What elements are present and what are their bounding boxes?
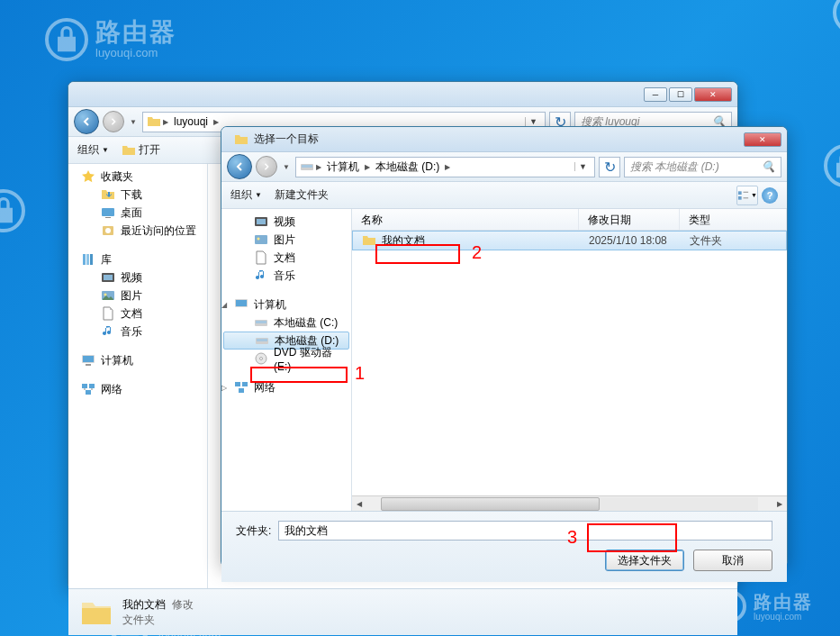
sidebar-computer[interactable]: 计算机 (68, 351, 207, 369)
disc-icon (254, 351, 268, 366)
sidebar-network[interactable]: ▷网络 (221, 378, 351, 396)
video-icon (254, 214, 268, 229)
sidebar-item-videos[interactable]: 视频 (221, 213, 351, 231)
svg-point-24 (257, 238, 260, 241)
folder-name-input[interactable] (278, 521, 772, 541)
breadcrumb-dropdown[interactable]: ▼ (525, 117, 541, 126)
search-input[interactable]: 搜索 本地磁盘 (D:) 🔍 (624, 157, 781, 177)
column-name[interactable]: 名称 (352, 209, 579, 230)
video-icon (101, 270, 115, 285)
minimize-button[interactable]: ─ (644, 87, 667, 102)
column-type[interactable]: 类型 (680, 209, 787, 230)
sidebar-item-dvd[interactable]: DVD 驱动器 (E:) (221, 350, 351, 368)
sidebar-item-recent[interactable]: 最近访问的位置 (68, 222, 207, 240)
breadcrumb[interactable]: ▶ 计算机 ▶ 本地磁盘 (D:) ▶ ▼ (295, 157, 595, 177)
svg-rect-0 (102, 208, 114, 216)
maximize-button[interactable]: ☐ (669, 87, 692, 102)
svg-rect-16 (86, 390, 91, 395)
status-name: 我的文档 (122, 598, 166, 611)
computer-icon (81, 353, 95, 368)
dialog-title: 选择一个目标 (254, 132, 319, 147)
status-type: 文件夹 (122, 613, 194, 628)
expand-icon[interactable]: ◢ (221, 301, 227, 309)
sidebar-favorites[interactable]: 收藏夹 (68, 168, 207, 186)
sidebar-item-music[interactable]: 音乐 (68, 323, 207, 341)
folder-icon (234, 132, 248, 147)
cancel-button[interactable]: 取消 (693, 550, 772, 571)
sidebar-item-videos[interactable]: 视频 (68, 268, 207, 286)
lock-icon (824, 144, 840, 187)
organize-button[interactable]: 组织 ▼ (77, 142, 109, 158)
drive-icon (255, 333, 269, 348)
help-button[interactable]: ? (762, 187, 778, 204)
breadcrumb-segment[interactable]: luyouqi (170, 115, 212, 128)
svg-rect-15 (89, 384, 95, 388)
content-area: 名称 修改日期 类型 我的文档 2025/1/10 18:08 文件夹 ◀ ▶ (352, 209, 787, 511)
sidebar-computer[interactable]: ◢计算机 (221, 295, 351, 313)
svg-rect-33 (235, 382, 240, 386)
folder-icon (147, 114, 161, 129)
sidebar-item-pictures[interactable]: 图片 (221, 231, 351, 249)
download-icon (101, 187, 115, 202)
sidebar-libraries[interactable]: 库 (68, 250, 207, 268)
svg-point-3 (105, 228, 111, 233)
sidebar-item-drive-c[interactable]: 本地磁盘 (C:) (221, 313, 351, 332)
breadcrumb-computer[interactable]: 计算机 (323, 159, 363, 175)
svg-rect-18 (302, 165, 312, 168)
column-date[interactable]: 修改日期 (579, 209, 680, 230)
lock-icon (0, 189, 25, 232)
svg-rect-6 (90, 254, 93, 265)
select-folder-button[interactable]: 选择文件夹 (605, 550, 684, 571)
recent-icon (101, 223, 115, 238)
close-button[interactable]: ✕ (744, 132, 781, 147)
expand-icon[interactable]: ▷ (221, 384, 227, 392)
lock-icon (45, 18, 88, 61)
svg-point-10 (104, 294, 107, 296)
sidebar-item-music[interactable]: 音乐 (221, 267, 351, 285)
document-icon (101, 306, 115, 321)
file-list[interactable]: 我的文档 2025/1/10 18:08 文件夹 (352, 231, 787, 495)
nav-forward-button[interactable] (103, 111, 124, 132)
nav-back-button[interactable] (227, 154, 252, 179)
sidebar-item-documents[interactable]: 文档 (68, 304, 207, 323)
view-button[interactable]: ▼ (736, 186, 758, 205)
open-button[interactable]: 打开 (122, 142, 160, 158)
sidebar-item-pictures[interactable]: 图片 (68, 286, 207, 304)
music-icon (101, 324, 115, 339)
lock-icon (833, 0, 840, 34)
star-icon (81, 169, 95, 184)
breadcrumb-dropdown[interactable]: ▼ (574, 162, 591, 171)
svg-rect-20 (738, 195, 742, 199)
picture-icon (101, 288, 115, 303)
close-button[interactable]: ✕ (694, 87, 732, 102)
new-folder-button[interactable]: 新建文件夹 (275, 187, 329, 203)
nav-forward-button[interactable] (256, 156, 277, 177)
computer-icon (234, 297, 248, 312)
sidebar: 视频 图片 文档 音乐 ◢计算机 本地磁盘 (C:) 本地磁盘 (D:) DVD… (221, 209, 352, 511)
sidebar: 收藏夹 下载 桌面 最近访问的位置 库 视频 图片 文档 音乐 计算机 网络 (68, 164, 208, 588)
svg-rect-23 (255, 235, 267, 244)
svg-rect-19 (738, 191, 742, 195)
svg-rect-35 (239, 388, 244, 393)
titlebar: 选择一个目标 ✕ (221, 127, 787, 152)
svg-rect-4 (83, 254, 86, 265)
folder-icon (122, 143, 136, 158)
drive-icon (254, 315, 268, 330)
organize-button[interactable]: 组织 ▼ (230, 187, 262, 203)
refresh-button[interactable]: ↻ (599, 157, 620, 177)
svg-rect-1 (105, 217, 111, 218)
nav-back-button[interactable] (74, 109, 99, 134)
horizontal-scrollbar[interactable]: ◀ ▶ (352, 495, 787, 511)
sidebar-network[interactable]: 网络 (68, 380, 207, 398)
svg-rect-12 (83, 356, 94, 362)
sidebar-item-downloads[interactable]: 下载 (68, 186, 207, 204)
svg-point-32 (260, 358, 263, 360)
file-row[interactable]: 我的文档 2025/1/10 18:08 文件夹 (352, 231, 787, 250)
folder-icon (362, 233, 376, 248)
watermark (824, 144, 840, 187)
svg-rect-14 (82, 384, 87, 388)
svg-rect-8 (104, 275, 113, 280)
breadcrumb-drive[interactable]: 本地磁盘 (D:) (372, 159, 443, 175)
sidebar-item-desktop[interactable]: 桌面 (68, 204, 207, 222)
sidebar-item-documents[interactable]: 文档 (221, 249, 351, 267)
